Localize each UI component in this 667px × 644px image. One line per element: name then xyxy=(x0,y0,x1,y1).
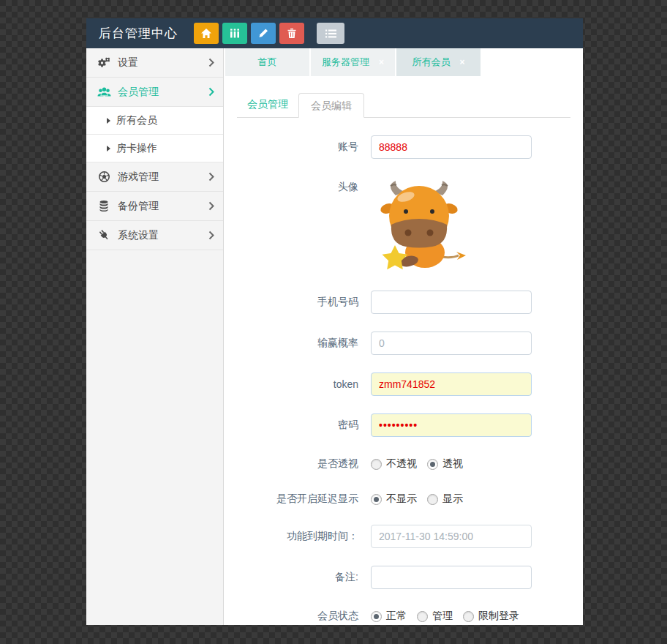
radio-unchecked-icon[interactable] xyxy=(417,611,428,622)
sidebar-subitem-label: 房卡操作 xyxy=(116,142,157,155)
form-row-win-rate: 输赢概率 xyxy=(237,332,570,355)
sidebar-item-backup[interactable]: 备份管理 xyxy=(86,192,223,221)
gears-icon xyxy=(97,56,111,69)
radio-checked-icon[interactable] xyxy=(427,459,438,470)
form-row-password: 密码 xyxy=(237,413,570,437)
delete-button[interactable] xyxy=(279,23,304,44)
page-tab-label: 首页 xyxy=(258,56,277,69)
page-tab-home[interactable]: 首页 xyxy=(225,48,309,76)
main-area: 首页 服务器管理 × 所有会员 × 会员管理 会员编辑 xyxy=(224,48,583,625)
columns-icon xyxy=(230,29,240,38)
page-tabstrip: 首页 服务器管理 × 所有会员 × xyxy=(224,48,583,76)
tab-member-management[interactable]: 会员管理 xyxy=(237,92,298,117)
token-label: token xyxy=(237,378,358,390)
radio-option-restrict-login[interactable]: 限制登录 xyxy=(463,610,519,623)
form-row-delay-display: 是否开启延迟显示 不显示 显示 xyxy=(237,490,570,509)
columns-button[interactable] xyxy=(222,23,247,44)
form-row-perspective: 是否透视 不透视 透视 xyxy=(237,454,570,473)
member-edit-panel: 会员管理 会员编辑 账号 头像 xyxy=(224,76,583,625)
pencil-icon xyxy=(258,29,268,38)
password-input[interactable] xyxy=(371,413,532,437)
form-row-avatar: 头像 xyxy=(237,176,570,273)
page-tab-label: 服务器管理 xyxy=(322,56,369,69)
form-row-phone: 手机号码 xyxy=(237,291,570,314)
edit-button[interactable] xyxy=(251,23,276,44)
home-button[interactable] xyxy=(194,23,219,44)
page-tab-server[interactable]: 服务器管理 × xyxy=(311,48,395,76)
sidebar-item-label: 设置 xyxy=(118,56,208,70)
users-icon xyxy=(97,86,111,98)
password-label: 密码 xyxy=(237,419,358,432)
radio-unchecked-icon[interactable] xyxy=(463,611,474,622)
chevron-right-icon xyxy=(208,231,214,240)
app-title: 后台管理中心 xyxy=(99,25,178,42)
sidebar-item-games[interactable]: 游戏管理 xyxy=(86,162,223,192)
form-row-remark: 备注: xyxy=(237,566,570,589)
perspective-options: 不透视 透视 xyxy=(371,457,473,471)
form-row-expire-time: 功能到期时间： xyxy=(237,525,570,548)
member-status-label: 会员状态 xyxy=(237,610,358,623)
sidebar-item-label: 会员管理 xyxy=(118,86,208,99)
delay-display-label: 是否开启延迟显示 xyxy=(237,493,358,506)
account-label: 账号 xyxy=(237,141,358,154)
delay-display-options: 不显示 显示 xyxy=(371,493,473,506)
chevron-right-icon xyxy=(208,87,214,97)
phone-input[interactable] xyxy=(371,291,532,314)
list-button[interactable] xyxy=(317,23,344,44)
radio-option-perspective[interactable]: 透视 xyxy=(427,457,463,471)
win-rate-label: 输赢概率 xyxy=(237,337,358,350)
phone-label: 手机号码 xyxy=(237,296,358,309)
plug-icon xyxy=(97,229,111,242)
win-rate-input[interactable] xyxy=(371,332,532,355)
member-status-options: 正常 管理 限制登录 xyxy=(371,610,530,623)
sidebar-item-label: 备份管理 xyxy=(118,200,208,213)
sidebar-item-label: 系统设置 xyxy=(118,229,208,242)
sidebar-subitem-label: 所有会员 xyxy=(116,114,157,127)
radio-option-display[interactable]: 显示 xyxy=(427,493,463,506)
form-row-member-status: 会员状态 正常 管理 限制 xyxy=(237,607,570,625)
radio-option-no-display[interactable]: 不显示 xyxy=(371,493,417,506)
chevron-right-icon xyxy=(208,201,214,211)
sidebar-subitem-all-members[interactable]: 所有会员 xyxy=(86,107,223,135)
header-toolbar xyxy=(194,23,344,44)
member-edit-form: 账号 头像 xyxy=(237,135,570,625)
form-row-token: token xyxy=(237,372,570,396)
sidebar-item-members[interactable]: 会员管理 xyxy=(86,78,223,107)
avatar-label: 头像 xyxy=(237,176,358,194)
page-tab-all-members[interactable]: 所有会员 × xyxy=(396,48,481,76)
expire-time-label: 功能到期时间： xyxy=(237,530,358,543)
sidebar: 设置 会员管理 所有会员 xyxy=(86,48,224,625)
radio-option-admin[interactable]: 管理 xyxy=(417,610,453,623)
radio-unchecked-icon[interactable] xyxy=(427,494,438,505)
account-input[interactable] xyxy=(371,135,532,159)
form-row-account: 账号 xyxy=(237,135,570,159)
trash-icon xyxy=(287,29,296,38)
radio-option-normal[interactable]: 正常 xyxy=(371,610,407,623)
radio-checked-icon[interactable] xyxy=(371,494,382,505)
close-icon[interactable]: × xyxy=(379,57,384,67)
caret-right-icon xyxy=(107,118,110,124)
page-tab-label: 所有会员 xyxy=(412,56,450,69)
expire-time-input[interactable] xyxy=(371,525,532,548)
database-icon xyxy=(97,200,111,212)
chevron-right-icon xyxy=(208,58,214,67)
remark-input[interactable] xyxy=(371,566,532,589)
panel-navtabs: 会员管理 会员编辑 xyxy=(237,93,570,118)
caret-right-icon xyxy=(107,146,110,151)
admin-window: 后台管理中心 xyxy=(86,18,583,625)
sidebar-item-system[interactable]: 系统设置 xyxy=(86,221,223,250)
perspective-label: 是否透视 xyxy=(237,457,358,471)
sidebar-item-settings[interactable]: 设置 xyxy=(86,48,223,78)
avatar xyxy=(371,176,467,273)
list-icon xyxy=(325,29,336,38)
radio-checked-icon[interactable] xyxy=(371,611,382,622)
radio-unchecked-icon[interactable] xyxy=(371,459,382,470)
app-header: 后台管理中心 xyxy=(86,18,583,48)
close-icon[interactable]: × xyxy=(459,57,464,67)
radio-option-no-perspective[interactable]: 不透视 xyxy=(371,457,417,471)
sidebar-subitem-room-card[interactable]: 房卡操作 xyxy=(86,135,223,162)
tab-member-edit[interactable]: 会员编辑 xyxy=(298,93,364,118)
sidebar-item-label: 游戏管理 xyxy=(118,171,208,184)
token-input[interactable] xyxy=(371,372,532,396)
chevron-right-icon xyxy=(208,172,214,181)
